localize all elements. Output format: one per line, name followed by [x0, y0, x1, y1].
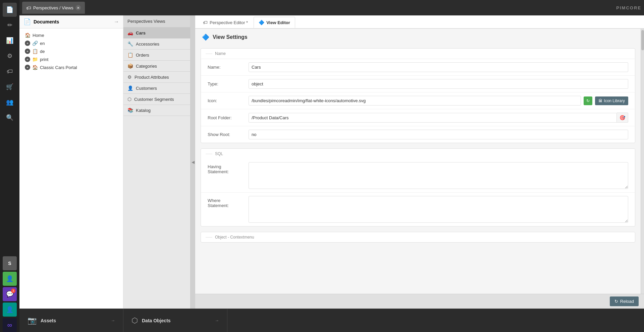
sidebar-icon-settings[interactable]: ⚙ [3, 49, 17, 63]
perspective-item-customer-segs-label: Customer Segments [134, 97, 174, 102]
perspective-item-cars[interactable]: 🚗 Cars [123, 27, 190, 39]
show-root-form-row: Show Root: [201, 126, 635, 143]
tab-perspective-editor[interactable]: 🏷 Perspective Editor * [198, 17, 253, 28]
context-menu-section: Object - Contextmenu [201, 232, 635, 243]
de-plus-btn[interactable]: + [25, 49, 30, 54]
tree-item-de[interactable]: + 📋 de [19, 47, 123, 55]
sidebar-icon-search[interactable]: 🔍 [3, 111, 17, 125]
perspective-item-katalog-label: Katalog [136, 108, 151, 113]
sidebar-icon-chart[interactable]: 📊 [3, 34, 17, 48]
accessories-perspective-icon: 🔧 [127, 41, 133, 47]
type-input[interactable] [249, 79, 628, 89]
context-menu-label-text: Object - Contextmenu [215, 235, 254, 240]
perspective-item-customer-segments[interactable]: ⬡ Customer Segments [123, 94, 190, 105]
perspective-editor-tab-label: Perspective Editor * [210, 20, 248, 25]
perspective-item-customers[interactable]: 👤 Customers [123, 83, 190, 94]
folder-icon: 📁 [32, 57, 38, 62]
assets-panel-icon: 📷 [28, 316, 37, 325]
tree-item-print[interactable]: + 📁 print [19, 55, 123, 63]
perspectives-header-text: Perspectives Views [127, 19, 165, 24]
tree-item-home[interactable]: 🏠 Home [19, 31, 123, 39]
tree-item-en-label: en [40, 41, 118, 46]
sql-section-label: SQL [201, 149, 635, 159]
customers-perspective-icon: 👤 [127, 85, 133, 91]
show-root-input[interactable] [249, 130, 628, 139]
tree-item-en[interactable]: + 🔗 en [19, 39, 123, 47]
view-settings-title-text: View Settings [213, 34, 248, 40]
sidebar-icon-documents[interactable]: 📄 [3, 3, 17, 17]
perspective-editor-tab-icon: 🏷 [203, 20, 208, 25]
sidebar-icon-user2[interactable]: 👤 [3, 303, 17, 317]
sidebar-icon-person[interactable]: 👤 [3, 272, 17, 286]
home-icon: 🏠 [25, 32, 31, 38]
tab-perspectives-views[interactable]: 🏷 Perspectives / Views ✕ [22, 2, 85, 14]
type-form-row: Type: [201, 76, 635, 92]
sidebar-icon-users[interactable]: 👥 [3, 95, 17, 109]
data-objects-panel-item[interactable]: ⬡ Data Objects → [123, 309, 227, 332]
target-icon: 🎯 [620, 115, 625, 120]
print-plus-btn[interactable]: + [25, 57, 30, 62]
cars-perspective-icon: 🚗 [127, 30, 133, 36]
reload-button[interactable]: ↻ Reload [610, 296, 639, 306]
root-folder-pick-button[interactable]: 🎯 [617, 113, 628, 123]
perspective-item-product-attributes[interactable]: ⚙ Product Attributes [123, 72, 190, 83]
en-plus-btn[interactable]: + [25, 41, 30, 46]
scrollbar[interactable] [641, 29, 644, 294]
main-content: 🏷 Perspectives / Views ✕ PIMCORE 📄 Docum… [19, 0, 644, 332]
tree-item-home-label: Home [33, 33, 118, 38]
perspectives-tab-close[interactable]: ✕ [75, 5, 81, 10]
orders-perspective-icon: 📋 [127, 52, 133, 58]
tree-item-classic-cars[interactable]: + 🏠 Classic Cars Portal [19, 63, 123, 71]
perspective-item-orders[interactable]: 📋 Orders [123, 50, 190, 61]
view-editor-tab-label: View Editor [266, 20, 290, 25]
having-statement-row: HavingStatement: [201, 159, 635, 193]
documents-panel: 📄 Documents → 🏠 Home + 🔗 en + 📋 [19, 15, 123, 309]
tree-item-de-label: de [40, 49, 118, 54]
having-label: HavingStatement: [208, 162, 245, 174]
name-section: Name Name: Type: [201, 48, 635, 143]
name-input[interactable] [249, 62, 628, 72]
assets-panel-item[interactable]: 📷 Assets → [19, 309, 123, 332]
sidebar-icon-infinity[interactable]: ∞ [3, 318, 17, 332]
data-objects-panel-label: Data Objects [142, 318, 171, 323]
product-attrs-perspective-icon: ⚙ [127, 74, 132, 80]
sidebar-icon-tag[interactable]: 🏷 [3, 64, 17, 78]
chat-badge: 3 [11, 288, 15, 293]
perspective-item-katalog[interactable]: 📚 Katalog [123, 105, 190, 116]
sidebar-icon-symfony[interactable]: S [3, 256, 17, 270]
perspectives-list: 🚗 Cars 🔧 Accessories 📋 Orders 📦 Categori… [123, 27, 190, 309]
tab-view-editor[interactable]: 🔷 View Editor [254, 17, 295, 28]
assets-panel-label: Assets [41, 318, 56, 323]
editor-tabs: 🏷 Perspective Editor * 🔷 View Editor [195, 15, 644, 29]
collapse-handle[interactable]: ◀ [191, 15, 195, 309]
sidebar-icon-cart[interactable]: 🛒 [3, 80, 17, 94]
top-tabbar: 🏷 Perspectives / Views ✕ PIMCORE [19, 0, 644, 15]
sql-section-label-text: SQL [215, 151, 223, 156]
icon-row: ↻ 🏛 Icon Library [249, 96, 628, 106]
icon-library-button[interactable]: 🏛 Icon Library [595, 96, 628, 105]
where-statement-row: WhereStatement: [201, 193, 635, 226]
documents-expand-arrow[interactable]: → [114, 19, 119, 25]
perspective-item-categories[interactable]: 📦 Categories [123, 61, 190, 72]
sidebar-icon-pencil[interactable]: ✏ [3, 18, 17, 32]
bottom-bar: ↻ Reload [195, 294, 644, 309]
data-objects-panel-arrow: → [215, 318, 219, 323]
classic-cars-icon: 🏠 [32, 65, 38, 70]
show-root-label: Show Root: [208, 132, 245, 137]
inner-content: 📄 Documents → 🏠 Home + 🔗 en + 📋 [19, 15, 644, 309]
where-statement-input[interactable] [249, 196, 628, 223]
having-statement-input[interactable] [249, 162, 628, 189]
classic-plus-btn[interactable]: + [25, 65, 30, 70]
link-icon: 🔗 [32, 41, 38, 46]
sidebar-icon-chat[interactable]: 💬3 [3, 287, 17, 301]
perspective-item-accessories[interactable]: 🔧 Accessories [123, 39, 190, 50]
perspectives-panel: Perspectives Views 🚗 Cars 🔧 Accessories … [123, 15, 191, 309]
perspective-item-customers-label: Customers [136, 86, 157, 91]
root-folder-label: Root Folder: [208, 115, 245, 120]
name-section-label: Name [201, 49, 635, 59]
icon-refresh-button[interactable]: ↻ [584, 96, 592, 105]
icon-input[interactable] [249, 96, 581, 106]
root-folder-input[interactable] [249, 113, 617, 123]
type-label: Type: [208, 81, 245, 86]
data-objects-panel-icon: ⬡ [131, 316, 138, 325]
